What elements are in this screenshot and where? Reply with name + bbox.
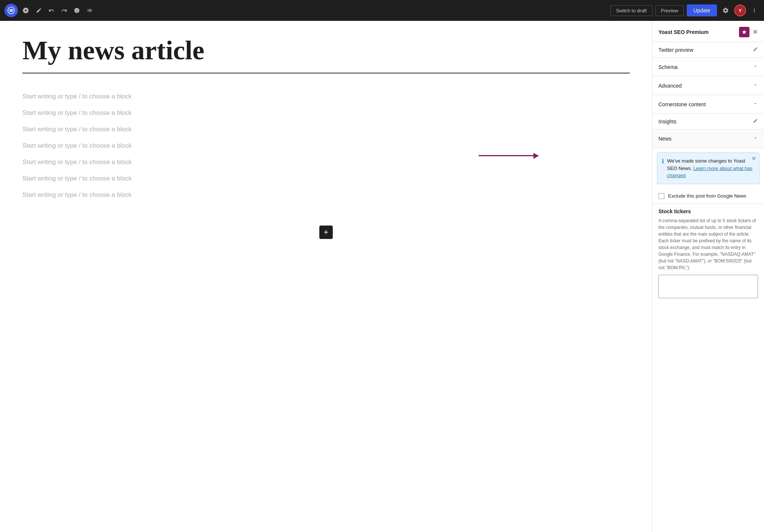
switch-to-draft-button[interactable]: Switch to draft (610, 5, 652, 16)
insights-label: Insights (658, 119, 676, 125)
info-icon: ℹ (662, 158, 664, 165)
add-block-float-button[interactable]: + (319, 226, 333, 239)
insights-edit-icon (753, 118, 758, 125)
undo-button[interactable] (46, 5, 57, 16)
cornerstone-chevron-icon (753, 101, 758, 107)
editor-blocks: Start writing or type / to choose a bloc… (22, 88, 630, 203)
toolbar: W Switch to draft Preview Update Y (0, 0, 764, 21)
news-label: News (658, 136, 671, 142)
news-info-box: ℹ We've made some changes to Yoast SEO N… (657, 152, 760, 184)
main-layout: My news article Start writing or type / … (0, 21, 764, 532)
stock-tickers-input[interactable] (658, 275, 758, 298)
svg-text:W: W (9, 9, 13, 13)
twitter-preview-label: Twitter preview (658, 47, 693, 53)
add-block-toolbar-button[interactable] (20, 5, 31, 16)
exclude-checkbox-label[interactable]: Exclude this post from Google News (668, 193, 746, 199)
stock-tickers-title: Stock tickers (658, 208, 758, 214)
more-options-button[interactable] (749, 5, 760, 16)
twitter-edit-icon (753, 47, 758, 53)
schema-label: Schema (658, 64, 677, 70)
cornerstone-label: Cornerstone content (658, 101, 706, 107)
editor-block-7[interactable]: Start writing or type / to choose a bloc… (22, 187, 630, 203)
stock-tickers-section: Stock tickers A comma-separated list of … (652, 204, 764, 304)
info-button[interactable] (72, 5, 82, 16)
sidebar-header-icons: ✕ (739, 27, 758, 37)
update-button[interactable]: Update (687, 4, 717, 16)
news-chevron-icon (753, 135, 758, 142)
sidebar-close-button[interactable]: ✕ (752, 29, 758, 35)
editor-block-2[interactable]: Start writing or type / to choose a bloc… (22, 105, 630, 121)
arrow-line (479, 155, 538, 156)
sidebar-header: Yoast SEO Premium ✕ (652, 21, 764, 42)
insights-row[interactable]: Insights (652, 114, 764, 129)
schema-chevron-icon (753, 64, 758, 70)
arrow-annotation (479, 155, 538, 156)
editor-area[interactable]: My news article Start writing or type / … (0, 21, 652, 532)
list-view-button[interactable] (84, 5, 95, 16)
twitter-preview-row[interactable]: Twitter preview (652, 42, 764, 58)
exclude-checkbox[interactable] (658, 193, 664, 199)
advanced-chevron-icon (753, 82, 758, 89)
cornerstone-accordion[interactable]: Cornerstone content (652, 95, 764, 114)
schema-accordion[interactable]: Schema (652, 58, 764, 76)
exclude-checkbox-row: Exclude this post from Google News (652, 189, 764, 204)
editor-block-3[interactable]: Start writing or type / to choose a bloc… (22, 121, 630, 138)
settings-button[interactable] (720, 5, 731, 16)
redo-button[interactable] (59, 5, 69, 16)
sidebar-title: Yoast SEO Premium (658, 29, 708, 35)
article-title[interactable]: My news article (22, 36, 630, 65)
stock-tickers-description: A comma-separated list of up to 5 stock … (658, 217, 758, 271)
star-icon[interactable] (739, 27, 749, 37)
editor-block-1[interactable]: Start writing or type / to choose a bloc… (22, 88, 630, 105)
news-info-close-button[interactable]: ✕ (752, 156, 756, 161)
editor-block-6[interactable]: Start writing or type / to choose a bloc… (22, 170, 630, 187)
news-accordion[interactable]: News (652, 129, 764, 148)
yoast-sidebar: Yoast SEO Premium ✕ Twitter preview Sche… (652, 21, 764, 532)
preview-button[interactable]: Preview (655, 5, 684, 16)
editor-block-4[interactable]: Start writing or type / to choose a bloc… (22, 138, 630, 154)
advanced-label: Advanced (658, 83, 682, 89)
toolbar-left: W (4, 4, 607, 17)
yoast-avatar[interactable]: Y (734, 4, 746, 16)
news-info-text: We've made some changes to Yoast SEO New… (667, 157, 755, 179)
advanced-accordion[interactable]: Advanced (652, 76, 764, 95)
wordpress-logo[interactable]: W (4, 4, 18, 17)
toolbar-right: Switch to draft Preview Update Y (610, 4, 760, 16)
edit-button[interactable] (34, 5, 44, 16)
news-section-content: ℹ We've made some changes to Yoast SEO N… (652, 148, 764, 304)
news-info-content: ℹ We've made some changes to Yoast SEO N… (662, 157, 755, 179)
title-divider (22, 73, 630, 73)
